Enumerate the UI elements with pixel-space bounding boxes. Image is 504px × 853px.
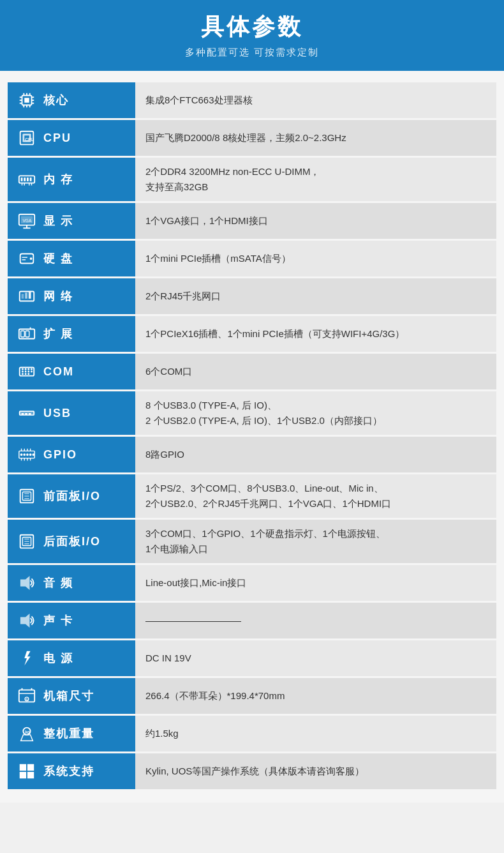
spec-value-cpu: 国产飞腾D2000/8 8核处理器，主频2.0~2.3GHz: [135, 120, 496, 156]
spec-label-hdd: 硬 盘: [8, 241, 135, 276]
spec-label-text-power: 电 源: [43, 651, 73, 666]
spec-value-hdd: 1个mini PCIe插槽（mSATA信号）: [135, 241, 496, 276]
spec-value-inner-rear-io: 3个COM口、1个GPIO、1个硬盘指示灯、1个电源按钮、1个电源输入口: [145, 526, 486, 557]
expand-icon: [15, 322, 38, 345]
spec-value-inner-ram: 2个DDR4 3200MHz non-ECC U-DIMM，支持至高32GB: [145, 164, 486, 195]
spec-value-front-io: 1个PS/2、3个COM口、8个USB3.0、Line-out、Mic in、2…: [135, 474, 496, 518]
spec-label-text-sound: 声 卡: [43, 613, 73, 628]
spec-value-inner-power: DC IN 19V: [145, 651, 486, 666]
spec-label-text-front-io: 前面板I/O: [43, 488, 101, 504]
spec-label-expand: 扩 展: [8, 316, 135, 352]
spec-label-text-ram: 内 存: [43, 172, 73, 187]
spec-label-text-core: 核心: [43, 93, 69, 108]
spec-value-inner-front-io: 1个PS/2、3个COM口、8个USB3.0、Line-out、Mic in、2…: [145, 481, 486, 511]
svg-point-46: [22, 371, 24, 373]
svg-rect-1: [24, 98, 29, 103]
sound-card-icon: [15, 609, 38, 632]
spec-label-text-hdd: 硬 盘: [43, 251, 73, 266]
svg-point-67: [32, 453, 34, 456]
spec-row-ram: 内 存 2个DDR4 3200MHz non-ECC U-DIMM，支持至高32…: [8, 158, 496, 201]
svg-rect-96: [20, 764, 26, 771]
spec-value-inner-weight: 约1.5kg: [145, 726, 486, 741]
spec-row-rear-io: 后面板I/O 3个COM口、1个GPIO、1个硬盘指示灯、1个电源按钮、1个电源…: [8, 520, 496, 563]
svg-rect-43: [26, 331, 29, 336]
usb-icon: [15, 402, 38, 425]
spec-value-inner-core: 集成8个FTC663处理器核: [145, 93, 486, 108]
spec-label-gpio: GPIO: [8, 437, 135, 472]
svg-point-49: [31, 371, 33, 373]
spec-label-text-com: COM: [43, 365, 74, 379]
svg-rect-37: [22, 294, 24, 299]
svg-rect-22: [30, 177, 32, 181]
specs-container: 核心 集成8个FTC663处理器核 CPU CPU 国产飞腾D2000/8 8核…: [0, 71, 504, 803]
spec-value-expand: 1个PCIeX16插槽、1个mini PCIe插槽（可支持WIFI+4G/3G）: [135, 316, 496, 352]
spec-value-os: Kylin, UOS等国产操作系统（具体版本请咨询客服）: [135, 753, 496, 789]
svg-point-53: [31, 368, 33, 370]
spec-label-os: 系统支持: [8, 753, 135, 789]
svg-point-47: [25, 371, 27, 373]
spec-row-audio: 音 频 Line-out接口,Mic-in接口: [8, 565, 496, 601]
spec-label-audio: 音 频: [8, 565, 135, 601]
spec-label-text-display: 显 示: [43, 213, 73, 229]
case-size-icon: [15, 684, 38, 707]
page-title: 具体参数: [13, 11, 491, 43]
spec-value-inner-audio: Line-out接口,Mic-in接口: [145, 575, 486, 591]
spec-row-power: 电 源 DC IN 19V: [8, 640, 496, 676]
svg-point-54: [22, 373, 24, 375]
svg-point-56: [27, 373, 29, 375]
svg-text:kg: kg: [25, 730, 30, 735]
spec-value-gpio: 8路GPIO: [135, 437, 496, 472]
spec-row-front-io: 前面板I/O 1个PS/2、3个COM口、8个USB3.0、Line-out、M…: [8, 474, 496, 518]
spec-row-com: COM 6个COM口: [8, 354, 496, 389]
spec-row-usb: USB 8 个USB3.0 (TYPE-A, 后 IO)、2 个USB2.0 (…: [8, 391, 496, 435]
spec-label-rear-io: 后面板I/O: [8, 520, 135, 563]
spec-label-text-network: 网 络: [43, 289, 73, 304]
spec-label-weight: kg 整机重量: [8, 716, 135, 751]
spec-label-text-rear-io: 后面板I/O: [43, 534, 101, 549]
svg-rect-88: [19, 690, 34, 702]
network-icon: [15, 285, 38, 308]
spec-value-inner-com: 6个COM口: [145, 364, 486, 379]
svg-text:VGA: VGA: [22, 218, 31, 223]
spec-label-text-weight: 整机重量: [43, 726, 94, 741]
svg-point-48: [27, 371, 29, 373]
svg-point-63: [20, 453, 23, 456]
svg-rect-39: [29, 292, 31, 299]
spec-value-inner-hdd: 1个mini PCIe插槽（mSATA信号）: [145, 251, 486, 266]
spec-value-display: 1个VGA接口，1个HDMI接口: [135, 203, 496, 239]
power-icon: [15, 647, 38, 670]
svg-point-64: [23, 453, 26, 456]
spec-row-display: VGA 显 示 1个VGA接口，1个HDMI接口: [8, 203, 496, 239]
ram-icon: [15, 168, 38, 191]
page-header: 具体参数 多种配置可选 可按需求定制: [0, 0, 504, 69]
spec-row-weight: kg 整机重量 约1.5kg: [8, 716, 496, 751]
svg-rect-98: [20, 772, 26, 778]
spec-value-inner-display: 1个VGA接口，1个HDMI接口: [145, 213, 486, 229]
spec-row-cpu: CPU CPU 国产飞腾D2000/8 8核处理器，主频2.0~2.3GHz: [8, 120, 496, 156]
spec-row-core: 核心 集成8个FTC663处理器核: [8, 82, 496, 118]
spec-row-hdd: 硬 盘 1个mini PCIe插槽（mSATA信号）: [8, 241, 496, 276]
spec-value-rear-io: 3个COM口、1个GPIO、1个硬盘指示灯、1个电源按钮、1个电源输入口: [135, 520, 496, 563]
spec-label-text-gpio: GPIO: [43, 448, 77, 462]
spec-value-inner-case: 266.4（不带耳朵）*199.4*70mm: [145, 688, 486, 704]
spec-value-audio: Line-out接口,Mic-in接口: [135, 565, 496, 601]
gpio-icon: [15, 443, 38, 466]
spec-label-network: 网 络: [8, 278, 135, 314]
spec-value-ram: 2个DDR4 3200MHz non-ECC U-DIMM，支持至高32GB: [135, 158, 496, 201]
svg-point-55: [25, 373, 27, 375]
svg-point-51: [25, 368, 27, 370]
spec-value-network: 2个RJ45千兆网口: [135, 278, 496, 314]
front-panel-icon: [15, 485, 38, 508]
spec-label-usb: USB: [8, 391, 135, 435]
spec-row-sound: 声 卡 ——————————: [8, 603, 496, 638]
spec-label-ram: 内 存: [8, 158, 135, 201]
spec-value-usb: 8 个USB3.0 (TYPE-A, 后 IO)、2 个USB2.0 (TYPE…: [135, 391, 496, 435]
spec-label-text-os: 系统支持: [43, 764, 94, 779]
rear-panel-icon: [15, 530, 38, 553]
svg-rect-20: [24, 177, 26, 181]
weight-icon: kg: [15, 722, 38, 745]
spec-value-core: 集成8个FTC663处理器核: [135, 82, 496, 118]
svg-point-33: [30, 257, 33, 260]
spec-label-display: VGA 显 示: [8, 203, 135, 239]
spec-value-inner-expand: 1个PCIeX16插槽、1个mini PCIe插槽（可支持WIFI+4G/3G）: [145, 326, 486, 342]
